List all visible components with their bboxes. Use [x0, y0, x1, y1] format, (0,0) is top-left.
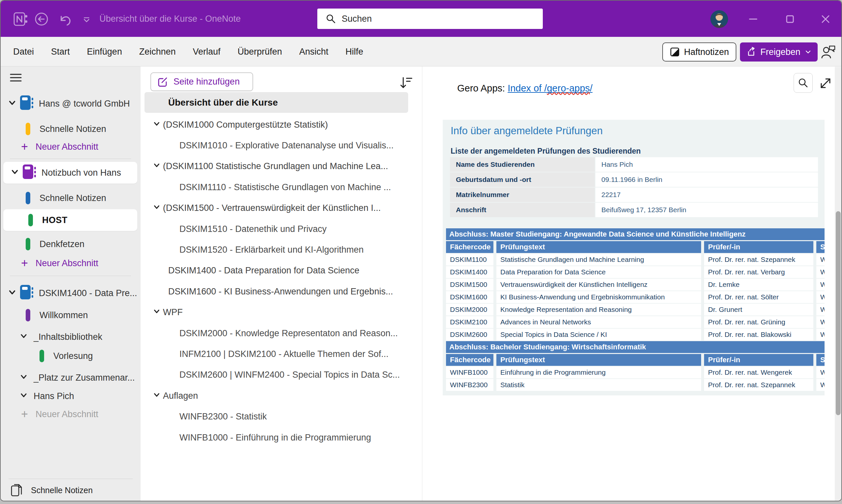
sidebar-group-row[interactable]: _Inhaltsbibliothek — [1, 330, 141, 344]
table-cell: W — [816, 316, 825, 328]
chevron-down-icon[interactable] — [10, 167, 20, 179]
chevron-down-icon[interactable] — [153, 120, 161, 130]
page-list-item[interactable]: Auflagen — [141, 385, 422, 406]
quick-notes-footer-label: Schnelle Notizen — [31, 486, 93, 495]
table-cell: Knowledge Representation and Reasoning — [496, 304, 701, 316]
sidebar-notebook-row[interactable]: Hans @ tcworld GmbH — [1, 95, 141, 112]
page-list-item[interactable]: (DSKIM1500 - Vertrauenswürdigkeit der Kü… — [141, 198, 422, 218]
table-cell: Prof. Dr. rer. nat. Grüning — [704, 316, 813, 328]
table-header-cell: Fächercode — [446, 241, 493, 253]
table-header-row: FächercodePrüfungstextPrüfer/-inSe — [446, 241, 825, 253]
menu-item-verlauf[interactable]: Verlauf — [193, 47, 221, 57]
sidebar-section-row[interactable]: Denkfetzen — [1, 237, 141, 251]
chevron-down-icon[interactable] — [153, 203, 161, 214]
menu-item-start[interactable]: Start — [51, 47, 70, 57]
menu-item-einfgen[interactable]: Einfügen — [87, 47, 122, 57]
divider — [10, 276, 131, 276]
chevron-down-icon[interactable] — [19, 331, 28, 343]
add-page-button[interactable]: Seite hinzufügen — [151, 72, 253, 91]
haftnotizen-button[interactable]: Haftnotizen — [662, 42, 736, 61]
chevron-down-icon[interactable] — [19, 391, 28, 402]
avatar[interactable] — [711, 10, 728, 28]
page-list-item[interactable]: DSKIM1510 - Datenethik und Privacy — [141, 219, 422, 239]
sidebar-section-row[interactable]: Willkommen — [1, 308, 141, 322]
freigeben-button[interactable]: Freigeben — [740, 42, 818, 61]
sidebar-section-row[interactable]: Schnelle Notizen — [1, 122, 141, 136]
degree-band: Abschluss: Master Studiengang: Angewandt… — [446, 228, 825, 240]
table-row: DSKIM2600Special Topics in Data Science … — [446, 329, 825, 341]
vertical-scrollbar-thumb[interactable] — [836, 211, 841, 415]
chevron-down-icon — [10, 167, 20, 177]
sidebar-section-row[interactable]: Vorlesung — [1, 349, 141, 363]
sidebar-new-section-row[interactable]: +Neuer Abschnitt — [1, 256, 141, 270]
chevron-down-icon — [19, 372, 28, 381]
quick-notes-footer[interactable]: Schnelle Notizen — [1, 482, 141, 499]
page-list-item[interactable]: DSKIM1400 - Data Preparation for Data Sc… — [141, 260, 422, 281]
sidebar-new-section-row[interactable]: +Neuer Abschnitt — [1, 140, 141, 154]
chevron-down-icon[interactable] — [19, 372, 28, 383]
menu-item-datei[interactable]: Datei — [13, 47, 34, 57]
new-section-label: Neuer Abschnitt — [36, 142, 99, 152]
table-cell: WINFB2300 — [446, 379, 493, 391]
gero-apps-link[interactable]: Index of /gero-apps/ — [508, 83, 593, 93]
undo-icon[interactable] — [57, 12, 72, 27]
info-label-cell: Matrikelnummer — [450, 187, 595, 202]
sidebar-new-section-row[interactable]: +Neuer Abschnitt — [1, 407, 141, 421]
menu-item-ansicht[interactable]: Ansicht — [299, 47, 329, 57]
sidebar-section-row[interactable]: Schnelle Notizen — [1, 191, 141, 205]
expand-page-icon[interactable] — [818, 76, 833, 92]
page-list-item[interactable]: INFM2100 | DSKIM2100 - Aktuelle Themen d… — [141, 344, 422, 364]
menu-item-hilfe[interactable]: Hilfe — [345, 47, 363, 57]
chevron-down-icon[interactable] — [153, 391, 161, 401]
page-list-item[interactable]: (DSKIM1000 Computergestützte Statistik) — [141, 114, 422, 135]
notebook-icon — [20, 285, 34, 301]
quick-access-chevron-icon[interactable] — [82, 16, 91, 24]
sidebar-notebook-row[interactable]: Notizbuch von Hans — [3, 162, 137, 184]
menu-item-berprfen[interactable]: Überprüfen — [238, 47, 282, 57]
page-list-item[interactable]: WPF — [141, 302, 422, 323]
page-title: DSKIM1510 - Datenethik und Privacy — [179, 224, 327, 234]
page-list-pane: Seite hinzufügen Übersicht über die Kurs… — [141, 67, 422, 501]
search-input[interactable]: Suchen — [317, 8, 543, 29]
sidebar-group-row[interactable]: Hans Pich — [1, 389, 141, 403]
page-list-item-selected[interactable]: Übersicht über die Kurse — [144, 92, 408, 113]
close-button[interactable] — [816, 11, 835, 28]
table-row: WINFB1000Einführung in die Programmierun… — [446, 366, 825, 378]
chevron-down-icon[interactable] — [153, 307, 161, 318]
sidebar-notebook-row[interactable]: DSKIM1400 - Data Pre... — [1, 285, 141, 301]
page-list-item[interactable]: WINFB2300 - Statistik — [141, 407, 422, 427]
sidebar-section-row[interactable]: HOST — [3, 209, 137, 231]
chevron-down-icon[interactable] — [153, 161, 161, 172]
table-row: WINFB2300StatistikProf. Dr. rer. nat. Sz… — [446, 379, 825, 391]
minimize-button[interactable] — [744, 11, 762, 28]
section-color-bar — [26, 238, 30, 250]
table-row: DSKIM1500Vertrauenswürdigkeit der Künstl… — [446, 278, 825, 290]
sort-icon[interactable] — [399, 75, 414, 91]
page-search-button[interactable] — [794, 73, 813, 93]
page-list-item[interactable]: DSKIM2000 - Knowledge Representaton and … — [141, 323, 422, 343]
menu-item-zeichnen[interactable]: Zeichnen — [139, 47, 176, 57]
people-feedback-icon[interactable] — [820, 43, 837, 61]
chevron-down-icon[interactable] — [7, 287, 17, 299]
back-button[interactable] — [34, 12, 49, 26]
page-title: WINFB2300 - Statistik — [179, 412, 267, 422]
page-list-item[interactable]: (DSKIM1100 Statistische Grundlagen und M… — [141, 156, 422, 177]
notebook-icon — [22, 164, 36, 180]
page-list-item[interactable]: DSKIM1110 - Statistische Grundlagen von … — [141, 177, 422, 197]
hamburger-menu-icon[interactable] — [9, 72, 22, 85]
notebooks-sidebar: Hans @ tcworld GmbHSchnelle Notizen+Neue… — [1, 67, 141, 501]
table-cell: W — [816, 366, 825, 378]
notebook-icon — [20, 95, 34, 112]
sidebar-group-row[interactable]: _Platz zur Zusammenar... — [1, 371, 141, 385]
chevron-down-icon[interactable] — [7, 98, 17, 110]
maximize-button[interactable] — [781, 11, 799, 28]
page-list-item[interactable]: DSKIM1600 - KI Business-Anwendungen und … — [141, 281, 422, 302]
page-list-item[interactable]: DSKIM1010 - Explorative Datenanalyse und… — [141, 135, 422, 156]
sidebar-group-label: _Platz zur Zusammenar... — [34, 373, 135, 383]
window-title: Übersicht über die Kurse - OneNote — [100, 1, 241, 37]
page-list-item[interactable]: WINFB1000 - Einführung in die Programmie… — [141, 427, 422, 448]
chevron-down-icon — [153, 161, 161, 169]
page-list-item[interactable]: DSKIM2600 | WINFM2400 - Special Topics i… — [141, 365, 422, 385]
menu-items: DateiStartEinfügenZeichnenVerlaufÜberprü… — [13, 37, 363, 67]
page-list-item[interactable]: DSKIM1520 - Erklärbarkeit und KI-Algorit… — [141, 239, 422, 260]
